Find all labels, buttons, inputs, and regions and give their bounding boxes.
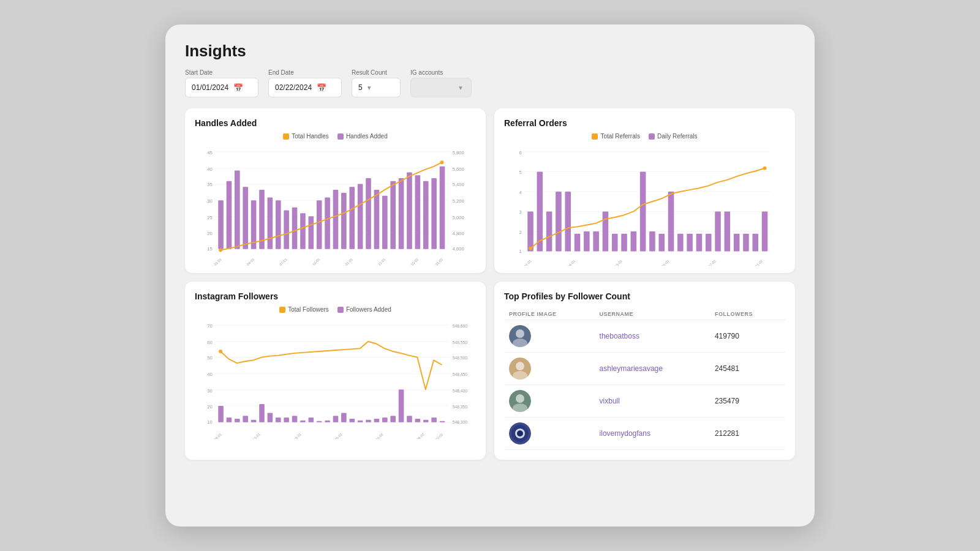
- svg-rect-95: [752, 234, 758, 252]
- end-date-label: End Date: [268, 69, 342, 76]
- ig-accounts-select[interactable]: ▼: [410, 78, 472, 97]
- end-date-input[interactable]: 02/22/2024 📅: [268, 78, 342, 97]
- svg-text:4: 4: [519, 190, 522, 195]
- svg-rect-140: [333, 416, 339, 422]
- profiles-table: PROFILE IMAGE USERNAME FOLLOWERS theboat…: [504, 309, 785, 450]
- svg-text:30: 30: [207, 388, 213, 394]
- svg-rect-136: [300, 421, 306, 422]
- svg-rect-146: [382, 418, 388, 422]
- svg-text:2024-01-01: 2024-01-01: [207, 257, 222, 266]
- dropdown-arrow-ig-icon: ▼: [458, 84, 464, 91]
- svg-rect-74: [556, 192, 562, 252]
- svg-rect-30: [292, 208, 298, 249]
- svg-text:10: 10: [207, 419, 213, 425]
- instagram-legend-total: Total Followers: [279, 306, 329, 313]
- dropdown-arrow-icon: ▼: [366, 84, 372, 91]
- profile-username[interactable]: ashleymariesavage: [595, 353, 710, 385]
- svg-rect-89: [696, 234, 703, 252]
- svg-rect-147: [390, 416, 396, 422]
- col-followers: FOLLOWERS: [710, 309, 785, 320]
- svg-text:50: 50: [207, 355, 213, 361]
- svg-rect-88: [687, 234, 693, 252]
- svg-rect-21: [218, 200, 224, 249]
- svg-rect-75: [565, 192, 571, 252]
- svg-text:20: 20: [207, 231, 213, 236]
- referral-total-dot: [592, 133, 598, 140]
- svg-rect-48: [440, 167, 445, 249]
- svg-text:2024-21-02: 2024-21-02: [428, 257, 443, 266]
- svg-rect-33: [317, 200, 322, 249]
- svg-rect-71: [527, 211, 533, 251]
- start-date-input[interactable]: 01/01/2024 📅: [185, 78, 258, 97]
- top-profiles-section: Top Profiles by Follower Count PROFILE I…: [494, 282, 795, 460]
- referral-chart-legend: Total Referrals Daily Referrals: [504, 133, 785, 140]
- svg-rect-82: [631, 231, 637, 252]
- svg-rect-41: [382, 196, 388, 249]
- svg-text:5,600: 5,600: [453, 167, 464, 172]
- svg-text:2024-01-01: 2024-01-01: [338, 257, 353, 266]
- svg-rect-131: [259, 404, 265, 422]
- table-header-row: PROFILE IMAGE USERNAME FOLLOWERS: [504, 309, 785, 320]
- svg-rect-94: [743, 234, 749, 252]
- profile-followers: 245481: [710, 353, 785, 385]
- handles-chart-svg: 45 40 35 30 25 20 15 5,800 5,600 5,400 5…: [195, 143, 476, 266]
- profile-followers: 212281: [710, 418, 785, 450]
- svg-rect-132: [268, 413, 273, 422]
- svg-rect-38: [358, 184, 363, 249]
- svg-rect-144: [366, 420, 371, 422]
- result-count-group: Result Count 5 ▼: [352, 69, 401, 97]
- instagram-chart-legend: Total Followers Followers Added: [195, 306, 476, 313]
- charts-grid: Handles Added Total Handles Handles Adde…: [185, 108, 795, 460]
- svg-rect-29: [284, 211, 289, 249]
- result-count-select[interactable]: 5 ▼: [352, 78, 401, 97]
- svg-text:2024-10-01: 2024-10-01: [306, 257, 321, 266]
- top-profiles-title: Top Profiles by Follower Count: [504, 291, 785, 301]
- svg-text:5,000: 5,000: [453, 215, 464, 220]
- referral-chart-card: Referral Orders Total Referrals Daily Re…: [494, 108, 795, 273]
- result-count-value: 5: [358, 83, 363, 92]
- svg-text:548,350: 548,350: [453, 405, 467, 409]
- svg-text:6: 6: [519, 150, 521, 156]
- profile-username[interactable]: theboatboss: [595, 320, 710, 353]
- ig-accounts-group: IG accounts ▼: [410, 69, 472, 97]
- svg-rect-46: [423, 181, 429, 249]
- svg-text:2024-07-01: 2024-07-01: [273, 257, 288, 266]
- svg-text:2: 2: [519, 230, 521, 235]
- svg-text:1: 1: [519, 249, 521, 254]
- svg-text:2024-19-01: 2024-19-01: [287, 432, 302, 439]
- handles-total-dot: [283, 133, 289, 140]
- handles-total-label: Total Handles: [292, 133, 329, 140]
- end-date-group: End Date 02/22/2024 📅: [268, 69, 342, 97]
- svg-rect-73: [546, 211, 552, 251]
- profile-username[interactable]: ilovemydogfans: [595, 418, 710, 450]
- start-date-value: 01/01/2024: [192, 83, 228, 92]
- avatar: [509, 325, 531, 347]
- svg-rect-31: [300, 213, 306, 249]
- table-row: theboatboss 419790: [504, 320, 785, 353]
- handles-chart-legend: Total Handles Handles Added: [195, 133, 476, 140]
- svg-point-169: [516, 394, 524, 403]
- svg-text:548,300: 548,300: [453, 420, 467, 424]
- handles-legend-added: Handles Added: [337, 133, 388, 140]
- svg-rect-42: [390, 181, 396, 249]
- result-count-label: Result Count: [352, 69, 401, 76]
- svg-text:40: 40: [207, 372, 213, 377]
- svg-rect-135: [292, 416, 298, 422]
- referral-legend-daily: Daily Referrals: [649, 133, 698, 140]
- svg-rect-148: [399, 389, 404, 422]
- svg-rect-137: [309, 418, 314, 422]
- referral-daily-dot: [649, 133, 655, 140]
- svg-rect-45: [415, 175, 421, 249]
- svg-text:2024-13-01: 2024-13-01: [246, 432, 261, 439]
- svg-rect-128: [235, 419, 240, 422]
- referral-legend-total: Total Referrals: [592, 133, 639, 140]
- svg-text:2024-11-01: 2024-11-01: [371, 257, 386, 266]
- svg-rect-96: [762, 211, 768, 251]
- svg-text:5,800: 5,800: [453, 150, 464, 156]
- svg-text:45: 45: [207, 150, 213, 156]
- svg-rect-80: [612, 234, 618, 252]
- page-title: Insights: [185, 42, 795, 61]
- end-date-value: 02/22/2024: [275, 83, 312, 92]
- profile-avatar-cell: [504, 385, 595, 418]
- profile-username[interactable]: vixbull: [595, 385, 710, 418]
